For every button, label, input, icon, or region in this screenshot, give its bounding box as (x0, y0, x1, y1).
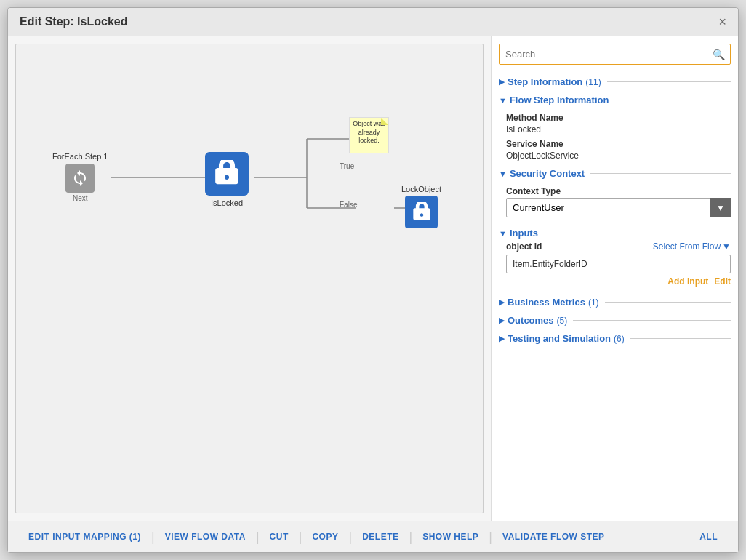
add-input-link[interactable]: Add Input (667, 276, 708, 287)
edit-input-mapping-button[interactable]: EDIT INPUT MAPPING (1) (17, 527, 153, 546)
business-metrics-arrow: ▶ (499, 297, 505, 307)
islocked-box (205, 152, 249, 196)
flow-step-info-content: Method Name IsLocked Service Name Object… (499, 108, 731, 164)
input-actions: Add Input Edit (506, 276, 731, 287)
modal-body: ForEach Step 1 Next IsLock (8, 36, 738, 521)
step-info-arrow: ▶ (499, 77, 505, 87)
canvas-area: ForEach Step 1 Next IsLock (15, 44, 484, 513)
right-panel: 🔍 ▶ Step Information (11) ▼ Flow Step In… (491, 36, 738, 521)
false-label: False (340, 201, 357, 209)
testing-simulation-count: (6) (614, 334, 625, 344)
method-name-value: IsLocked (506, 124, 731, 135)
lockobject-box (405, 196, 438, 228)
service-name-value: ObjectLockService (506, 151, 731, 161)
sticky-note: Object was already locked. (349, 117, 389, 153)
inputs-line (544, 233, 731, 233)
select-from-flow-label: Select From Flow (653, 241, 721, 252)
context-type-select[interactable]: CurrentUser SystemUser Caller (506, 198, 731, 217)
foreach-icon (65, 164, 95, 193)
modal: Edit Step: IsLocked × (7, 7, 739, 553)
security-context-content: Context Type CurrentUser SystemUser Call… (499, 182, 731, 223)
cut-button[interactable]: CUT (258, 527, 300, 546)
context-type-label: Context Type (506, 186, 731, 196)
inputs-arrow: ▼ (499, 229, 507, 238)
security-context-section[interactable]: ▼ Security Context (499, 168, 731, 179)
flow-step-arrow: ▼ (499, 96, 507, 105)
inputs-section[interactable]: ▼ Inputs (499, 228, 731, 239)
business-metrics-title: Business Metrics (508, 297, 585, 308)
testing-simulation-title: Testing and Simulation (508, 333, 611, 344)
search-input[interactable] (499, 44, 731, 65)
lockobject-node[interactable]: LockObject (401, 185, 441, 228)
view-flow-data-button[interactable]: VIEW FLOW DATA (153, 527, 257, 546)
flow-step-info-section[interactable]: ▼ Flow Step Information (499, 95, 731, 105)
inputs-content: object Id Select From Flow ▼ Add Input E… (499, 241, 731, 292)
object-id-input[interactable] (506, 255, 731, 273)
search-icon: 🔍 (713, 49, 725, 60)
validate-flow-step-button[interactable]: VALIDATE FLOW STEP (491, 527, 617, 546)
islocked-label: IsLocked (211, 199, 243, 207)
flow-container: ForEach Step 1 Next IsLock (16, 44, 483, 513)
service-name-label: Service Name (506, 139, 731, 149)
outcomes-count: (5) (557, 316, 568, 326)
security-context-line (590, 173, 731, 174)
foreach-next-label: Next (73, 194, 88, 202)
testing-simulation-arrow: ▶ (499, 334, 505, 343)
business-metrics-line (605, 302, 731, 303)
testing-simulation-line (630, 338, 731, 339)
modal-footer: EDIT INPUT MAPPING (1) | VIEW FLOW DATA … (8, 521, 738, 552)
connector-svg (16, 44, 483, 513)
close-button[interactable]: × (718, 15, 726, 28)
delete-button[interactable]: DELETE (350, 527, 410, 546)
flow-step-title: Flow Step Information (510, 95, 609, 105)
all-button[interactable]: ALL (688, 527, 729, 546)
modal-header: Edit Step: IsLocked × (8, 8, 738, 36)
step-info-title: Step Information (508, 76, 582, 87)
outcomes-line (573, 320, 731, 321)
copy-button[interactable]: COPY (300, 527, 350, 546)
outcomes-arrow: ▶ (499, 316, 505, 325)
step-information-section[interactable]: ▶ Step Information (11) (499, 76, 731, 87)
sticky-text: Object was already locked. (350, 118, 388, 148)
modal-title: Edit Step: IsLocked (20, 15, 127, 28)
outcomes-title: Outcomes (508, 315, 554, 326)
business-metrics-count: (1) (588, 297, 599, 308)
edit-link[interactable]: Edit (714, 276, 731, 287)
business-metrics-section[interactable]: ▶ Business Metrics (1) (499, 297, 731, 308)
lockobject-label: LockObject (401, 185, 441, 193)
step-info-line (607, 81, 731, 82)
testing-simulation-section[interactable]: ▶ Testing and Simulation (6) (499, 333, 731, 344)
flow-step-line (614, 100, 731, 100)
security-context-arrow: ▼ (499, 169, 507, 178)
method-name-label: Method Name (506, 113, 731, 123)
context-type-wrapper: CurrentUser SystemUser Caller ▼ (506, 198, 731, 217)
true-label: True (340, 162, 354, 170)
step-info-count: (11) (585, 77, 601, 87)
show-help-button[interactable]: SHOW HELP (411, 527, 490, 546)
object-id-label: object Id (506, 241, 542, 252)
inputs-title: Inputs (510, 228, 538, 239)
foreach-node: ForEach Step 1 Next (52, 152, 108, 202)
inputs-row: object Id Select From Flow ▼ (506, 241, 731, 252)
security-context-title: Security Context (510, 168, 585, 179)
search-wrapper: 🔍 (499, 44, 731, 65)
true-outcome-node: Object was already locked. (349, 117, 389, 153)
select-from-flow-btn[interactable]: Select From Flow ▼ (653, 241, 731, 252)
islocked-node[interactable]: IsLocked (205, 152, 249, 207)
foreach-label: ForEach Step 1 (52, 152, 108, 161)
outcomes-section[interactable]: ▶ Outcomes (5) (499, 315, 731, 326)
select-from-flow-arrow: ▼ (722, 241, 731, 252)
